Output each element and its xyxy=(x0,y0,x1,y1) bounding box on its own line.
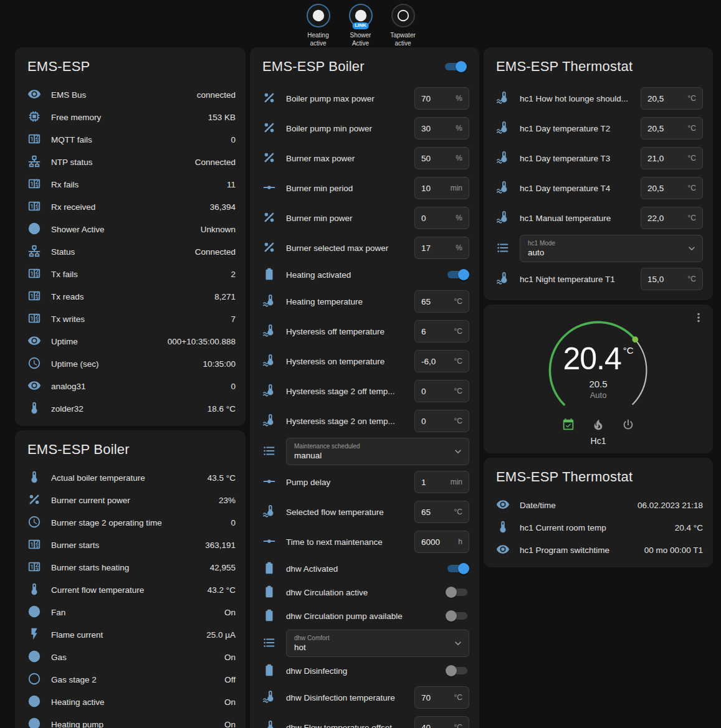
entity-label: Flame current xyxy=(51,630,200,640)
card-title: EMS-ESP Thermostat xyxy=(494,466,703,494)
number-input[interactable]: 50% xyxy=(414,147,469,169)
number-input[interactable]: 15,0°C xyxy=(641,268,703,290)
entity-row: StatusConnected xyxy=(25,240,236,263)
number-unit: °C xyxy=(454,508,462,516)
entity-value: 36,394 xyxy=(210,202,236,212)
toggle-switch[interactable] xyxy=(446,664,469,677)
chevron-down-icon xyxy=(685,242,698,255)
control-rows: hc1 How hot lounge should...20,5°Chc1 Da… xyxy=(494,83,703,294)
number-input[interactable]: 20,5°C xyxy=(641,177,703,199)
toggle-switch[interactable] xyxy=(446,562,469,575)
number-input[interactable]: 70% xyxy=(414,87,469,110)
entity-row: hc1 Day temperature T420,5°C xyxy=(494,173,703,203)
number-input[interactable]: 30% xyxy=(414,117,469,139)
entity-value: 42,955 xyxy=(210,563,236,572)
toggle-knob xyxy=(458,269,469,280)
number-input[interactable]: 6°C xyxy=(414,320,469,343)
entity-value: Connected xyxy=(195,158,236,167)
clock-icon xyxy=(27,356,42,371)
number-input[interactable]: 0% xyxy=(414,207,469,229)
entity-label: Hysteresis stage 2 off temp... xyxy=(286,387,408,396)
list-icon xyxy=(496,241,511,256)
number-input[interactable]: 1min xyxy=(414,471,469,493)
percent-icon xyxy=(27,493,42,508)
number-input[interactable]: 65°C xyxy=(414,501,469,523)
entity-row: hc1 Night temperature T115,0°C xyxy=(494,264,703,294)
number-input[interactable]: 0°C xyxy=(414,380,469,402)
entity-row: hc1 Day temperature T220,5°C xyxy=(494,113,703,143)
entity-row: Free memory153 KB xyxy=(25,106,236,128)
glance-badge[interactable]: LINKShower Active xyxy=(343,4,378,47)
check-circle-icon xyxy=(27,717,42,728)
number-unit: % xyxy=(456,124,462,133)
glance-badge[interactable]: Tapwater active xyxy=(386,4,421,47)
entity-label: Date/time xyxy=(520,501,631,510)
entity-label: Boiler pump min power xyxy=(286,124,408,133)
toggle-switch[interactable] xyxy=(446,610,469,622)
entity-row: Time to next maintenance6000h xyxy=(260,527,469,557)
select-label: Maintenance scheduled xyxy=(294,443,450,450)
entity-label: Burner starts xyxy=(51,541,199,550)
entity-label: Burner min period xyxy=(286,184,408,193)
toggle-switch[interactable] xyxy=(446,586,469,598)
entity-label: Hysteresis on temperature xyxy=(286,357,408,366)
toggle-knob xyxy=(446,610,457,622)
control-rows: Boiler pump max power70%Boiler pump min … xyxy=(260,83,469,728)
entity-value: Off xyxy=(224,675,236,684)
select-input[interactable]: dhw Comforthot xyxy=(286,630,469,657)
number-input[interactable]: 6000h xyxy=(414,531,469,553)
toggle-switch[interactable] xyxy=(446,268,469,281)
entity-value: On xyxy=(224,653,236,662)
number-unit: °C xyxy=(688,184,696,192)
entity-label: EMS Bus xyxy=(51,90,191,100)
entity-row: Date/time06.02.2023 21:18 xyxy=(494,494,703,516)
counter-icon xyxy=(27,199,42,214)
dial-readout: 20.4 °C 20.5 Auto xyxy=(543,316,653,425)
thermo-water-icon xyxy=(262,690,277,705)
select-value: hot xyxy=(294,643,450,652)
number-input[interactable]: -6,0°C xyxy=(414,350,469,372)
entity-row: Burner starts363,191 xyxy=(25,534,236,556)
entity-value: On xyxy=(224,608,236,617)
number-value: 6 xyxy=(421,327,426,336)
right-column: EMS-ESP Thermostat hc1 How hot lounge sh… xyxy=(484,47,713,567)
number-input[interactable]: 20,5°C xyxy=(641,87,703,110)
thermo-water-icon xyxy=(496,272,511,286)
eye-icon xyxy=(27,379,42,394)
counter-icon xyxy=(27,132,42,147)
select-input[interactable]: Maintenance scheduledmanual xyxy=(286,438,469,465)
entity-value: 0 xyxy=(231,135,236,144)
number-input[interactable]: 70°C xyxy=(414,686,469,709)
number-input[interactable]: 0°C xyxy=(414,410,469,432)
entity-label: Gas stage 2 xyxy=(51,675,218,684)
number-value: 6000 xyxy=(421,537,440,547)
entity-row: Burner stage 2 operating time0 xyxy=(25,511,236,534)
boiler-master-toggle[interactable] xyxy=(443,60,467,73)
entity-row: Heating activeOn xyxy=(25,691,236,713)
number-input[interactable]: 65°C xyxy=(414,290,469,313)
battery-icon xyxy=(262,585,277,600)
number-input[interactable]: 10min xyxy=(414,177,469,199)
number-input[interactable]: 21,0°C xyxy=(641,147,703,169)
check-circle-icon: LINK xyxy=(349,4,373,27)
card-ems-esp-boiler-sensors: EMS-ESP Boiler Actual boiler temperature… xyxy=(15,430,246,728)
number-input[interactable]: 17% xyxy=(414,237,469,259)
card-ems-esp: EMS-ESP EMS BusconnectedFree memory153 K… xyxy=(15,47,246,426)
number-value: 20,5 xyxy=(647,94,664,103)
entity-row: Burner current power23% xyxy=(25,489,236,511)
number-input[interactable]: 22,0°C xyxy=(641,207,703,229)
eye-icon xyxy=(496,542,511,557)
select-input[interactable]: hc1 Modeauto xyxy=(520,235,703,262)
number-unit: °C xyxy=(454,297,462,306)
network-icon xyxy=(27,154,42,169)
glance-badge[interactable]: Heating active xyxy=(301,4,336,47)
entity-label: hc1 How hot lounge should... xyxy=(520,94,634,103)
entity-row: Pump delay1min xyxy=(260,467,469,497)
thermostat-dial[interactable]: 20.4 °C 20.5 Auto xyxy=(543,316,653,425)
number-input[interactable]: 40°C xyxy=(414,716,469,728)
more-menu-icon[interactable] xyxy=(692,311,707,326)
entity-label: NTP status xyxy=(51,158,189,167)
eye-icon xyxy=(27,87,42,102)
number-input[interactable]: 20,5°C xyxy=(641,117,703,139)
thermometer-icon xyxy=(496,520,511,535)
